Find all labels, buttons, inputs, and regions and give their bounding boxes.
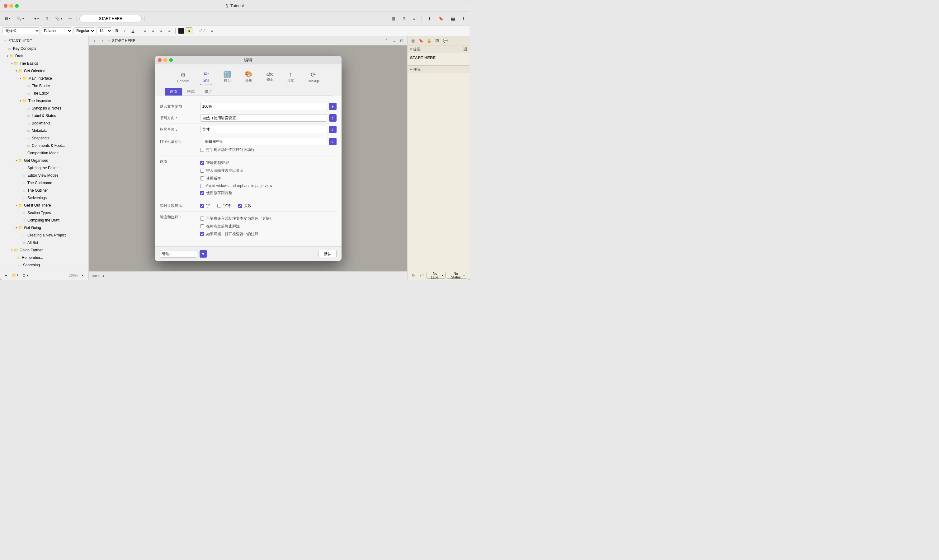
binder-options-button[interactable]: ⊙ ▾ — [21, 272, 29, 279]
default-zoom-btn[interactable]: ▾ — [329, 103, 336, 110]
binder-toggle-button[interactable]: ⊞ ▾ — [3, 14, 13, 23]
add-folder-button[interactable]: 📁+ — [11, 272, 20, 279]
inspector-doc-btn[interactable]: ▦ — [409, 37, 416, 44]
end-footnote-checkbox[interactable] — [200, 224, 204, 228]
sidebar-item-searching[interactable]: ▭ Searching — [0, 262, 88, 269]
inspector-photo-btn[interactable]: 🖼 — [434, 37, 441, 44]
inspector-toggle-button[interactable]: ℹ — [461, 14, 467, 23]
align-left-button[interactable]: ≡ — [142, 28, 148, 34]
sidebar-item-going-further[interactable]: ▾ 📁 Going Further — [0, 246, 88, 254]
snapshot-button[interactable]: 📷 — [448, 14, 458, 23]
trash-button[interactable]: 🗑 — [43, 14, 51, 23]
sidebar-item-key-concepts[interactable]: ▭ Key Concepts — [0, 45, 88, 52]
count-pages-checkbox[interactable] — [238, 204, 242, 208]
sidebar-item-get-going[interactable]: ▾ 📁 Get Going — [0, 224, 88, 231]
sidebar-item-splitting-editor[interactable]: ▭ Splitting the Editor — [0, 164, 88, 172]
typewriter-scroll-btn[interactable]: ↕ — [329, 138, 336, 145]
sidebar-item-composition-mode[interactable]: ▭ Composition Mode — [0, 149, 88, 157]
manage-select-btn[interactable]: ▾ — [200, 250, 207, 258]
use-kerning-checkbox[interactable] — [200, 191, 204, 195]
close-button[interactable] — [4, 4, 8, 8]
sidebar-item-get-it-out-there[interactable]: ▾ 📁 Get It Out There — [0, 202, 88, 209]
label-select-btn[interactable]: No Label ▾ — [427, 272, 446, 279]
avoid-widows-checkbox[interactable] — [200, 184, 204, 188]
editor-forward-button[interactable]: › — [99, 38, 106, 44]
font-family-select[interactable]: Palatino — [41, 28, 72, 34]
no-color-inline-checkbox[interactable] — [200, 217, 204, 221]
ruler-units-select[interactable]: 英寸 — [200, 126, 327, 133]
modal-tab-behavior[interactable]: 🔡 行为 — [220, 68, 234, 85]
sidebar-item-bookmarks[interactable]: ▭ Bookmarks — [0, 120, 88, 127]
modal-tab-backup[interactable]: ⟳ Backup — [304, 69, 322, 85]
writing-direction-select[interactable]: 自然（使用语言设置） — [200, 114, 327, 122]
modal-format-tab[interactable]: 格式 — [182, 88, 200, 95]
sidebar-item-the-editor[interactable]: ▭ The Editor — [0, 89, 88, 97]
minimize-button[interactable] — [9, 4, 13, 8]
sidebar-item-synopsis-notes[interactable]: ▭ Synopsis & Notes — [0, 105, 88, 112]
sidebar-item-editor-view-modes[interactable]: ▭ Editor View Modes — [0, 172, 88, 179]
clear-search-checkbox[interactable] — [200, 169, 204, 173]
sidebar-item-start-here[interactable]: ⚠ START HERE — [0, 37, 88, 45]
add-button[interactable]: + ▾ — [32, 14, 42, 23]
default-zoom-select[interactable]: 100% — [200, 103, 327, 110]
maximize-button[interactable] — [15, 4, 19, 8]
line-spacing-button[interactable]: ↕ 1.1 — [198, 28, 207, 34]
sidebar-item-the-outliner[interactable]: ▭ The Outliner — [0, 187, 88, 194]
sidebar-item-draft[interactable]: ▾ 📁 Draft — [0, 52, 88, 60]
sidebar-item-section-types[interactable]: ▭ Section Types — [0, 209, 88, 217]
paragraph-style-select[interactable]: 无样式 — [3, 28, 40, 34]
default-btn[interactable]: 默认 — [319, 250, 336, 258]
typewriter-scroll-select[interactable]: 编辑器中间 — [203, 138, 327, 145]
notes-header[interactable]: ▾ 便笺 — [407, 66, 470, 73]
sidebar-item-scrivenings[interactable]: ▭ Scrivenings — [0, 194, 88, 202]
text-color-swatch[interactable] — [178, 28, 184, 34]
list-button[interactable]: ≡ — [208, 28, 216, 34]
highlight-color-swatch[interactable]: a — [185, 28, 193, 34]
sidebar-item-the-basics[interactable]: ▾ 📁 The Basics — [0, 60, 88, 67]
sidebar-item-compiling-draft[interactable]: ▭ Compiling the Draft — [0, 217, 88, 224]
modal-tab-appearance[interactable]: 🎨 外观 — [242, 68, 256, 85]
bold-button[interactable]: B — [113, 28, 120, 34]
ruler-units-btn[interactable]: ↕ — [329, 126, 336, 133]
editor-back-button[interactable]: ‹ — [91, 38, 97, 44]
edit-button[interactable]: ✏ — [66, 14, 74, 23]
align-center-button[interactable]: ≡ — [150, 28, 157, 34]
align-justify-button[interactable]: ≡ — [166, 28, 173, 34]
title-search-input[interactable] — [79, 15, 142, 22]
modal-tab-editor[interactable]: ✏ 编辑 — [200, 68, 213, 85]
inspector-comment-btn[interactable]: 💬 — [442, 37, 449, 44]
count-chars-checkbox[interactable] — [217, 204, 221, 208]
sidebar-zoom-arrow[interactable]: ▾ — [79, 272, 86, 279]
underline-button[interactable]: U — [130, 28, 136, 34]
modal-tab-corrections[interactable]: abc 修正 — [263, 70, 276, 84]
modal-minimize-button[interactable] — [163, 58, 167, 62]
sidebar-item-snapshots[interactable]: ▭ Snapshots — [0, 134, 88, 142]
bookmark-button[interactable]: 🔖 — [436, 14, 446, 23]
sidebar-item-creating-new-project[interactable]: ▭ Creating a New Project — [0, 231, 88, 239]
open-comments-checkbox[interactable] — [200, 232, 204, 236]
sidebar-item-get-organised[interactable]: ▾ 📁 Get Organised — [0, 157, 88, 164]
modal-revisions-tab[interactable]: 修订 — [200, 88, 217, 95]
sidebar-item-the-corkboard[interactable]: ▭ The Corkboard — [0, 179, 88, 187]
sidebar-item-get-oriented[interactable]: ▾ 📁 Get Oriented — [0, 67, 88, 75]
collapse-down-button[interactable]: ⌄ — [391, 38, 397, 44]
modal-options-tab[interactable]: 选项 — [165, 88, 182, 95]
sidebar-item-remember[interactable]: ⚠ Remember... — [0, 254, 88, 262]
manage-select[interactable]: 管理... — [160, 250, 197, 258]
sidebar-item-main-interface[interactable]: ▾ 📁 Main Interface — [0, 75, 88, 82]
sidebar-item-metadata[interactable]: ▭ Metadata — [0, 127, 88, 134]
inspector-bookmark-btn[interactable]: 🔖 — [418, 37, 424, 44]
typewriter-scroll-checkbox[interactable] — [200, 148, 204, 152]
view-mode-single-button[interactable]: ▦ — [389, 14, 398, 23]
writing-direction-btn[interactable]: ↕ — [329, 114, 336, 122]
inspector-tag-btn[interactable]: 🏷 — [418, 272, 425, 279]
align-right-button[interactable]: ≡ — [158, 28, 165, 34]
modal-close-button[interactable] — [158, 58, 162, 62]
italic-button[interactable]: I — [122, 28, 128, 34]
status-select-btn[interactable]: No Status ▾ — [447, 272, 467, 279]
font-size-select[interactable]: 14 — [97, 28, 112, 34]
split-button[interactable]: ⊡ — [398, 38, 405, 44]
view-mode-corkboard-button[interactable]: ⊞ — [400, 14, 408, 23]
inspector-lock-btn[interactable]: 🔒 — [426, 37, 432, 44]
editor-zoom-arrow[interactable]: ▾ — [100, 272, 107, 279]
